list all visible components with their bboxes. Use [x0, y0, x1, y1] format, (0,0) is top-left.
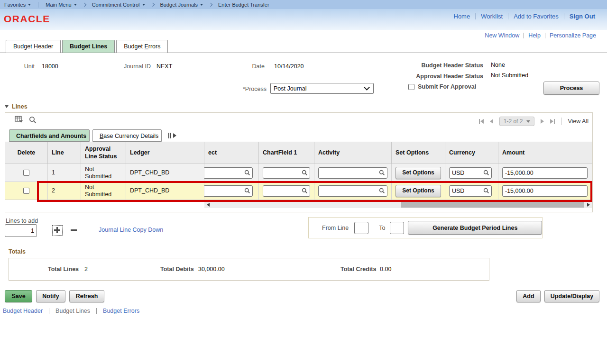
breadcrumb-chevron-icon: [150, 2, 154, 6]
column-header-currency: Currency: [445, 142, 498, 164]
update-display-button[interactable]: Update/Display: [544, 290, 599, 302]
search-icon[interactable]: [483, 170, 489, 176]
unit-label: Unit: [24, 63, 35, 70]
help-link[interactable]: Help: [528, 32, 541, 39]
breadcrumb-commitment-control[interactable]: Commitment Control: [92, 2, 145, 8]
new-window-link[interactable]: New Window: [485, 32, 519, 39]
save-button[interactable]: Save: [5, 290, 32, 302]
from-line-input[interactable]: [354, 222, 368, 234]
oracle-logo: ORACLE: [4, 13, 50, 25]
search-icon[interactable]: [483, 188, 489, 194]
breadcrumb-enter-budget-transfer[interactable]: Enter Budget Transfer: [218, 2, 269, 8]
delete-row-checkbox[interactable]: [23, 188, 29, 194]
dropdown-caret-icon: [74, 4, 77, 6]
tab-base-currency-details[interactable]: Base Currency Details: [92, 129, 162, 142]
tab-budget-errors[interactable]: Budget Errors: [116, 40, 168, 53]
footer-links: Budget Header Budget Lines Budget Errors: [3, 308, 139, 314]
page-range-dropdown[interactable]: 1-2 of 2: [499, 117, 535, 126]
last-page-button[interactable]: [550, 119, 555, 124]
to-label: To: [379, 225, 385, 231]
column-header-set-options: Set Options: [392, 142, 445, 164]
activity-lookup-input[interactable]: [318, 167, 387, 179]
budget-header-status-label: Budget Header Status: [421, 62, 483, 69]
scrollbar-thumb[interactable]: [401, 202, 584, 208]
currency-lookup-field: [449, 167, 492, 179]
next-page-button[interactable]: [541, 119, 544, 124]
generate-budget-period-box: From Line To Generate Budget Period Line…: [308, 217, 543, 238]
grid-header-row: Delete Line Approval Line Status Ledger …: [5, 142, 592, 164]
breadcrumb-budget-journals[interactable]: Budget Journals: [160, 2, 203, 8]
search-icon[interactable]: [379, 170, 385, 176]
previous-page-button[interactable]: [490, 119, 493, 124]
line-number-cell: 2: [48, 182, 81, 200]
search-icon[interactable]: [302, 188, 308, 194]
link-separator: [475, 13, 476, 19]
worklist-link[interactable]: Worklist: [481, 13, 503, 20]
previous-page-icon: [490, 119, 493, 124]
approval-header-status-label: Approval Header Status: [416, 73, 483, 80]
breadcrumb-favorites[interactable]: Favorites: [4, 2, 31, 8]
home-link[interactable]: Home: [454, 13, 470, 20]
total-lines-value: 2: [84, 266, 88, 273]
link-separator: [524, 33, 524, 38]
first-page-icon: [480, 119, 484, 124]
personalize-page-link[interactable]: Personalize Page: [550, 32, 596, 39]
delete-row-checkbox[interactable]: [23, 170, 29, 176]
amount-input[interactable]: [502, 167, 588, 179]
approval-line-status-cell: Not Submitted: [81, 164, 126, 182]
first-page-button[interactable]: [479, 119, 484, 124]
generate-budget-period-lines-button[interactable]: Generate Budget Period Lines: [408, 221, 542, 235]
scroll-right-arrow[interactable]: [587, 203, 590, 207]
set-options-button[interactable]: Set Options: [395, 167, 441, 179]
activity-lookup-field: [318, 185, 387, 197]
chevron-down-icon: [364, 84, 370, 91]
add-button[interactable]: Add: [516, 290, 541, 302]
show-all-columns-icon[interactable]: [168, 133, 176, 138]
process-select[interactable]: Post Journal: [270, 83, 374, 94]
refresh-button[interactable]: Refresh: [69, 290, 104, 302]
personalize-grid-icon[interactable]: [15, 116, 23, 126]
sign-out-link[interactable]: Sign Out: [570, 13, 595, 20]
search-icon[interactable]: [379, 188, 385, 194]
budget-lines-grid: Delete Line Approval Line Status Ledger …: [5, 142, 592, 200]
breadcrumb: Favorites Main Menu Commitment Control B…: [0, 0, 607, 9]
journal-line-copy-down-link[interactable]: Journal Line Copy Down: [99, 227, 163, 233]
lines-section-header[interactable]: Lines: [5, 103, 28, 110]
set-options-button[interactable]: Set Options: [395, 185, 441, 197]
search-icon[interactable]: [302, 170, 308, 176]
unit-value: 18000: [42, 63, 58, 70]
footer-link-budget-header[interactable]: Budget Header: [3, 308, 43, 314]
horizontal-scrollbar[interactable]: [204, 201, 592, 208]
find-icon[interactable]: [29, 116, 37, 126]
add-to-favorites-link[interactable]: Add to Favorites: [514, 13, 559, 20]
view-all-link[interactable]: View All: [568, 118, 589, 125]
breadcrumb-main-menu[interactable]: Main Menu: [46, 2, 76, 8]
journal-id-label: Journal ID: [124, 63, 151, 70]
notify-button[interactable]: Notify: [36, 290, 65, 302]
column-header-ect-truncated: ect: [204, 142, 259, 164]
line-number-cell: 1: [48, 164, 81, 182]
amount-input[interactable]: [502, 185, 588, 197]
link-separator: [561, 118, 561, 125]
process-button[interactable]: Process: [543, 82, 599, 95]
footer-link-budget-errors[interactable]: Budget Errors: [103, 308, 139, 314]
breadcrumb-label: Main Menu: [46, 2, 71, 8]
link-separator: [508, 13, 508, 19]
link-separator: [49, 308, 49, 314]
tab-chartfields-and-amounts[interactable]: Chartfields and Amounts: [9, 129, 90, 142]
to-line-input[interactable]: [390, 222, 404, 234]
search-icon[interactable]: [244, 170, 250, 176]
lines-to-add-input[interactable]: [5, 224, 37, 237]
add-row-button[interactable]: [52, 225, 63, 236]
scroll-left-arrow[interactable]: [207, 203, 210, 207]
remove-row-button[interactable]: [71, 229, 77, 231]
activity-lookup-field: [318, 167, 387, 179]
next-page-icon: [541, 119, 544, 124]
submit-for-approval-checkbox[interactable]: [408, 84, 414, 90]
activity-lookup-input[interactable]: [318, 185, 387, 197]
column-header-line: Line: [48, 142, 81, 164]
approval-header-status-value: Not Submitted: [491, 72, 528, 79]
search-icon[interactable]: [244, 188, 250, 194]
tab-budget-header[interactable]: Budget Header: [6, 40, 61, 53]
tab-budget-lines[interactable]: Budget Lines: [62, 40, 115, 53]
